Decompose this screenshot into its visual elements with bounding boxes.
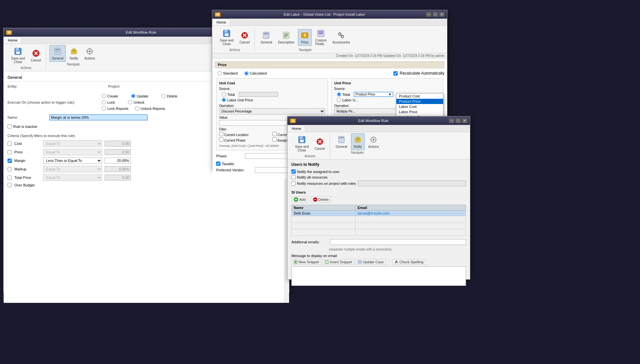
notify-general-btn[interactable]: General bbox=[333, 133, 350, 150]
tab-home[interactable]: Home bbox=[4, 37, 22, 43]
labor-custom-fields-label: Custom Fields bbox=[315, 39, 326, 46]
name-input[interactable] bbox=[49, 114, 147, 120]
recalculate-checkbox[interactable] bbox=[393, 71, 398, 76]
delete-user-btn[interactable]: Delete bbox=[311, 196, 331, 203]
product-price-option[interactable]: Product Price bbox=[396, 99, 443, 104]
create-radio[interactable]: Create bbox=[102, 94, 118, 98]
user-row-seth[interactable]: Seth Enos senos@4-tools.com bbox=[292, 211, 466, 216]
labor-custom-fields-btn[interactable]: Custom Fields bbox=[313, 27, 329, 47]
notify-maximize[interactable]: □ bbox=[456, 118, 461, 123]
notify-button[interactable]: Notify bbox=[67, 45, 81, 62]
update-radio[interactable]: Update bbox=[131, 94, 148, 98]
notify-all-resources-row[interactable]: Notify all resources bbox=[291, 175, 466, 179]
add-user-btn[interactable]: Add bbox=[291, 196, 308, 203]
notify-minimize[interactable]: ─ bbox=[449, 118, 454, 123]
cancel-button[interactable]: Cancel bbox=[28, 47, 43, 64]
notify-roles-checkbox[interactable] bbox=[291, 182, 296, 186]
calculated-radio[interactable]: Calculated bbox=[244, 71, 267, 76]
svg-point-14 bbox=[89, 50, 91, 52]
margin-value[interactable] bbox=[105, 158, 131, 164]
insert-snippet-btn[interactable]: Insert Snippet bbox=[322, 259, 354, 265]
labor-logo: SI bbox=[215, 12, 220, 17]
price-source-dropdown[interactable]: Product Price ▼ bbox=[354, 92, 393, 97]
markup-checkbox[interactable] bbox=[8, 167, 12, 171]
notify-roles-input[interactable] bbox=[358, 181, 466, 186]
labor-cancel-btn[interactable]: Cancel bbox=[237, 29, 252, 46]
check-spelling-btn[interactable]: Check Spelling bbox=[392, 259, 425, 265]
total-price-checkbox[interactable] bbox=[8, 176, 12, 180]
cost-total-input[interactable] bbox=[239, 92, 278, 97]
labor-price-option[interactable]: Labor Price bbox=[396, 109, 443, 114]
labor-close[interactable]: ✕ bbox=[439, 12, 444, 17]
additional-emails-input[interactable] bbox=[330, 239, 466, 245]
cost-source-options: Total Labor Unit Price bbox=[219, 92, 325, 102]
notify-roles-label-row[interactable]: Notify resources on project with roles bbox=[291, 182, 356, 186]
labor-price-btn[interactable]: $ Price bbox=[298, 29, 312, 46]
message-textarea[interactable] bbox=[291, 266, 466, 286]
notify-cancel-btn[interactable]: Cancel bbox=[312, 135, 327, 152]
si-users-toolbar: Add Delete bbox=[291, 196, 466, 203]
unlock-reports-radio[interactable]: Unlock Reports bbox=[135, 106, 165, 111]
notify-save-icon bbox=[297, 135, 306, 144]
new-snippet-btn[interactable]: New Snippet bbox=[291, 259, 321, 265]
unlock-radio[interactable]: Unlock bbox=[128, 100, 145, 104]
message-toolbar: New Snippet Insert Snippet Update Case · bbox=[291, 259, 466, 265]
lock-reports-radio[interactable]: Lock Reports bbox=[102, 106, 129, 111]
cost-operation-select[interactable]: Discount Percentage bbox=[219, 108, 325, 114]
general-icon bbox=[53, 47, 62, 56]
notify-notify-btn[interactable]: Notify bbox=[351, 133, 365, 150]
notify-assigned-checkbox[interactable] bbox=[291, 169, 296, 174]
notify-all-resources-label: Notify all resources bbox=[297, 175, 328, 179]
current-phase-cost[interactable]: Current Phase bbox=[219, 137, 272, 142]
user-table-head: Name Email bbox=[292, 205, 466, 211]
standard-radio[interactable]: Standard bbox=[217, 71, 238, 76]
general-button[interactable]: General bbox=[49, 45, 66, 62]
labor-controls: ─ □ ✕ bbox=[426, 12, 444, 17]
delete-radio[interactable]: Delete bbox=[162, 94, 178, 98]
actions-nav-label: Actions bbox=[84, 57, 95, 60]
labor-save-close[interactable]: Save and Close bbox=[217, 27, 236, 47]
rule-inactive-checkbox[interactable] bbox=[8, 124, 12, 129]
lock-radio[interactable]: Lock bbox=[102, 100, 115, 104]
update-case-btn[interactable]: Update Case bbox=[355, 259, 386, 265]
taxable-checkbox[interactable] bbox=[216, 162, 220, 166]
labor-tab-home[interactable]: Home bbox=[212, 19, 230, 26]
notify-title: Edit Workflow Rule bbox=[298, 119, 449, 123]
notify-assigned-row[interactable]: Notify the assigned to user bbox=[291, 169, 466, 174]
markup-value bbox=[105, 166, 131, 172]
source-label-cost: Source: bbox=[219, 87, 325, 91]
cost-labor-radio[interactable]: Labor Unit Price bbox=[222, 98, 325, 102]
labor-custom-fields-icon bbox=[316, 29, 325, 38]
create-label: Create bbox=[107, 94, 118, 98]
labor-general-btn[interactable]: General bbox=[258, 29, 274, 46]
over-budget-checkbox[interactable] bbox=[8, 183, 12, 187]
cost-label: Cost bbox=[14, 142, 41, 146]
margin-operator-select[interactable]: Equal To Less Than Less Than or Equal To… bbox=[43, 157, 102, 164]
notify-tab-home[interactable]: Home bbox=[287, 125, 305, 132]
labor-actions-btns: Save and Close Cancel bbox=[217, 27, 252, 47]
actions-nav-button[interactable]: Actions bbox=[82, 45, 97, 62]
save-close-button[interactable]: Save and Close bbox=[9, 45, 27, 65]
price-checkbox[interactable] bbox=[8, 150, 12, 154]
message-label: Message to display on email: bbox=[291, 254, 466, 258]
labor-accessories-btn[interactable]: Accessories bbox=[330, 29, 352, 46]
labor-minimize[interactable]: ─ bbox=[426, 12, 431, 17]
current-location-cost[interactable]: Current Location bbox=[219, 132, 272, 137]
update-label: Update bbox=[137, 94, 148, 98]
svg-point-52 bbox=[372, 139, 374, 141]
cost-checkbox[interactable] bbox=[8, 142, 12, 146]
margin-checkbox[interactable] bbox=[8, 159, 12, 163]
notify-actions-nav-btn[interactable]: Actions bbox=[366, 133, 381, 150]
delete-icon bbox=[313, 197, 318, 202]
notify-save-close[interactable]: Save and Close bbox=[293, 133, 311, 154]
cost-total-radio[interactable]: Total bbox=[222, 92, 325, 97]
labor-desc-btn[interactable]: Description bbox=[276, 29, 297, 46]
labor-cost-option[interactable]: Labor Cost bbox=[396, 104, 443, 109]
execute-on-label: Execute On (choose action to trigger rul… bbox=[8, 100, 99, 104]
svg-rect-62 bbox=[358, 261, 361, 263]
si-users-title: SI Users bbox=[291, 190, 466, 194]
notify-all-resources-checkbox[interactable] bbox=[291, 175, 296, 179]
notify-close[interactable]: ✕ bbox=[462, 118, 467, 123]
product-cost-option[interactable]: Product Cost bbox=[396, 94, 443, 99]
labor-maximize[interactable]: □ bbox=[433, 12, 438, 17]
